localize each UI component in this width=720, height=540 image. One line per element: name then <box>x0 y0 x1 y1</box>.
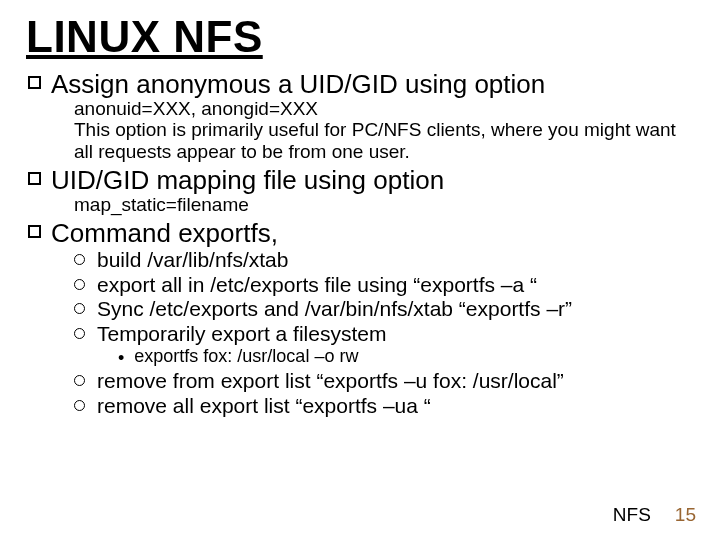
circle-bullet-icon <box>74 254 85 265</box>
circle-bullet-icon <box>74 328 85 339</box>
sub-bullet-text: remove all export list “exportfs –ua “ <box>97 394 431 418</box>
page-number: 15 <box>675 504 696 526</box>
subsub-bullet-item: • exportfs fox: /usr/local –o rw <box>118 347 694 367</box>
circle-bullet-icon <box>74 303 85 314</box>
circle-bullet-icon <box>74 279 85 290</box>
sub-bullet-item: build /var/lib/nfs/xtab <box>74 248 694 272</box>
sub-bullet-item: export all in /etc/exports file using “e… <box>74 273 694 297</box>
dot-bullet-icon: • <box>118 349 124 367</box>
sub-bullet-text: Temporarily export a filesystem <box>97 322 386 346</box>
sub-bullet-item: Temporarily export a filesystem <box>74 322 694 346</box>
sub-bullet-item: Sync /etc/exports and /var/bin/nfs/xtab … <box>74 297 694 321</box>
sub-bullet-text: Sync /etc/exports and /var/bin/nfs/xtab … <box>97 297 572 321</box>
footer-label: NFS <box>613 504 651 526</box>
sub-bullet-text: build /var/lib/nfs/xtab <box>97 248 288 272</box>
subsub-bullet-text: exportfs fox: /usr/local –o rw <box>134 347 358 367</box>
circle-bullet-icon <box>74 400 85 411</box>
sub-bullet-item: remove all export list “exportfs –ua “ <box>74 394 694 418</box>
bullet-item: Command exportfs, <box>28 219 694 247</box>
slide-title: LINUX NFS <box>26 12 694 62</box>
square-bullet-icon <box>28 172 41 185</box>
slide-footer: NFS 15 <box>613 504 696 526</box>
bullet-item: UID/GID mapping file using option <box>28 166 694 194</box>
bullet-subtext: This option is primarily useful for PC/N… <box>74 119 694 162</box>
bullet-text: UID/GID mapping file using option <box>51 166 444 194</box>
sub-bullet-text: remove from export list “exportfs –u fox… <box>97 369 564 393</box>
sub-bullet-text: export all in /etc/exports file using “e… <box>97 273 537 297</box>
slide: LINUX NFS Assign anonymous a UID/GID usi… <box>0 0 720 540</box>
bullet-subtext: map_static=filename <box>74 194 694 215</box>
bullet-subtext: anonuid=XXX, anongid=XXX <box>74 98 694 119</box>
bullet-item: Assign anonymous a UID/GID using option <box>28 70 694 98</box>
square-bullet-icon <box>28 225 41 238</box>
bullet-text: Assign anonymous a UID/GID using option <box>51 70 545 98</box>
square-bullet-icon <box>28 76 41 89</box>
sub-bullet-item: remove from export list “exportfs –u fox… <box>74 369 694 393</box>
bullet-text: Command exportfs, <box>51 219 278 247</box>
circle-bullet-icon <box>74 375 85 386</box>
